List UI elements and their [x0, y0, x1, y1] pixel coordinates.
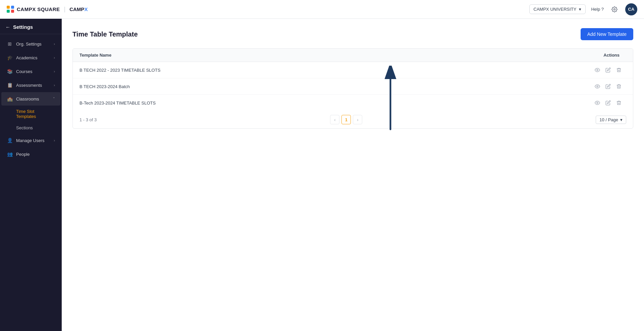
chevron-right-icon-4: › [54, 83, 55, 87]
svg-point-0 [614, 8, 615, 10]
table-row: B TECH 2022 - 2023 TIMETABLE SLOTS [73, 62, 633, 78]
sidebar-title: Settings [13, 24, 33, 30]
view-icon-1[interactable] [594, 67, 601, 73]
classrooms-icon: 🏫 [7, 96, 13, 102]
svg-point-1 [597, 69, 598, 71]
sidebar-label-time-slot-templates: Time Slot Templates [16, 109, 36, 119]
header-right: CAMPX UNIVERSITY ▾ Help ? CA [529, 3, 637, 15]
settings-icon[interactable] [609, 4, 620, 15]
chevron-down-icon-classrooms: ˅ [53, 97, 55, 101]
table-head: Template Name Actions [73, 49, 633, 62]
row-actions-2 [450, 78, 633, 95]
sidebar-item-classrooms[interactable]: 🏫 Classrooms ˅ [1, 92, 60, 106]
template-name-3: B-Tech 2023-2024 TIMETABLE SLOTS [73, 95, 450, 111]
templates-table-container: Template Name Actions B TECH 2022 - 2023… [72, 48, 633, 129]
sidebar-label-academics: Academics [16, 55, 38, 60]
edit-icon-1[interactable] [605, 67, 611, 73]
col-header-actions: Actions [450, 49, 633, 62]
chevron-right-icon-5: › [54, 138, 55, 142]
sidebar-item-academics[interactable]: 🎓 Academics › [1, 51, 60, 64]
delete-icon-1[interactable] [615, 67, 622, 73]
logo-dot-2 [11, 6, 14, 9]
view-icon-3[interactable] [594, 100, 601, 106]
delete-icon-3[interactable] [615, 100, 622, 106]
page-1-button[interactable]: 1 [341, 115, 351, 124]
university-name: CAMPX UNIVERSITY [534, 7, 577, 12]
delete-icon-2[interactable] [615, 83, 622, 90]
sidebar-item-time-slot-templates[interactable]: Time Slot Templates [1, 106, 60, 122]
sidebar-nav: ⊞ Org. Settings › 🎓 Academics › 📚 Course… [0, 34, 62, 331]
chevron-right-icon-2: › [54, 56, 55, 60]
chevron-right-icon: › [54, 42, 55, 46]
sidebar-label-assessments: Assessments [16, 83, 42, 88]
help-button[interactable]: Help ? [591, 7, 604, 12]
chevron-down-per-page: ▾ [620, 117, 623, 122]
main-layout: ← Settings ⊞ Org. Settings › 🎓 Academics… [0, 19, 644, 331]
sidebar-item-manage-users[interactable]: 👤 Manage Users › [1, 134, 60, 147]
chevron-right-icon-3: › [54, 69, 55, 73]
prev-page-button[interactable]: ‹ [330, 115, 339, 124]
top-header: CAMPX SQUARE | CAMPX CAMPX UNIVERSITY ▾ … [0, 0, 644, 19]
logo-dot-4 [11, 10, 14, 13]
assessments-icon: 📋 [7, 82, 13, 88]
academics-icon: 🎓 [7, 55, 13, 61]
row-actions-3 [450, 95, 633, 111]
svg-point-3 [597, 102, 598, 104]
per-page-label: 10 / Page [599, 117, 618, 122]
university-selector[interactable]: CAMPX UNIVERSITY ▾ [529, 4, 586, 14]
col-header-name: Template Name [73, 49, 450, 62]
template-name-1: B TECH 2022 - 2023 TIMETABLE SLOTS [73, 62, 450, 78]
per-page-selector[interactable]: 10 / Page ▾ [596, 116, 626, 124]
pagination-info: 1 - 3 of 3 [79, 117, 97, 122]
view-icon-2[interactable] [594, 83, 601, 90]
sidebar-label-classrooms: Classrooms [16, 96, 39, 102]
content-area: Time Table Template Add New Template Tem… [62, 19, 644, 331]
sidebar-label-sections: Sections [16, 125, 33, 130]
sidebar: ← Settings ⊞ Org. Settings › 🎓 Academics… [0, 19, 62, 331]
logo-separator: | [64, 6, 66, 13]
back-arrow-icon: ← [5, 24, 10, 30]
template-name-2: B TECH 2023-2024 Batch [73, 78, 450, 95]
edit-icon-2[interactable] [605, 83, 611, 90]
manage-users-icon: 👤 [7, 137, 13, 143]
sidebar-item-people[interactable]: 👥 People [1, 147, 60, 161]
logo-dot-1 [7, 6, 10, 9]
org-settings-icon: ⊞ [7, 41, 13, 47]
logo-dot-3 [7, 10, 10, 13]
sidebar-back-button[interactable]: ← Settings [0, 19, 62, 34]
courses-icon: 📚 [7, 68, 13, 74]
page-header: Time Table Template Add New Template [72, 28, 633, 40]
sidebar-item-assessments[interactable]: 📋 Assessments › [1, 78, 60, 92]
sidebar-label-manage-users: Manage Users [16, 138, 45, 143]
page-title: Time Table Template [72, 30, 138, 38]
sidebar-item-org-settings[interactable]: ⊞ Org. Settings › [1, 37, 60, 51]
pagination-row: 1 - 3 of 3 ‹ 1 › 10 / Page ▾ [73, 111, 633, 128]
table-row: B TECH 2023-2024 Batch [73, 78, 633, 95]
logo-grid [7, 6, 14, 13]
people-icon: 👥 [7, 151, 13, 157]
sidebar-item-courses[interactable]: 📚 Courses › [1, 65, 60, 78]
table-body: B TECH 2022 - 2023 TIMETABLE SLOTS [73, 62, 633, 111]
next-page-button[interactable]: › [353, 115, 362, 124]
avatar[interactable]: CA [625, 3, 637, 15]
pagination-controls: ‹ 1 › [330, 115, 362, 124]
sidebar-label-courses: Courses [16, 69, 32, 74]
campx-brand: CAMPX [69, 6, 88, 12]
add-new-template-button[interactable]: Add New Template [581, 28, 633, 40]
logo-text: CAMPX SQUARE [17, 6, 60, 12]
chevron-down-icon: ▾ [579, 7, 581, 12]
row-actions-1 [450, 62, 633, 78]
sidebar-label-people: People [16, 152, 30, 157]
sidebar-item-sections[interactable]: Sections [1, 122, 60, 133]
svg-point-2 [597, 86, 598, 87]
sidebar-label-org-settings: Org. Settings [16, 42, 42, 47]
templates-table: Template Name Actions B TECH 2022 - 2023… [73, 49, 633, 111]
table-row: B-Tech 2023-2024 TIMETABLE SLOTS [73, 95, 633, 111]
logo-area: CAMPX SQUARE | CAMPX [7, 6, 88, 13]
edit-icon-3[interactable] [605, 100, 611, 106]
